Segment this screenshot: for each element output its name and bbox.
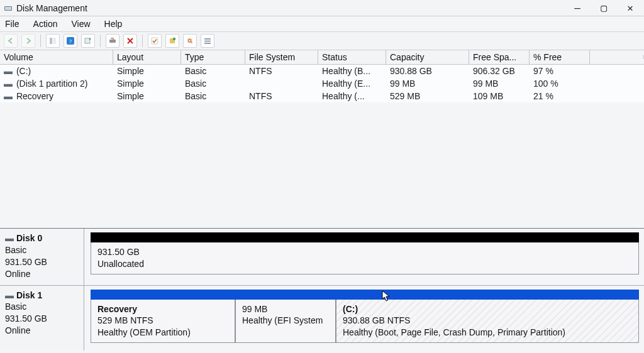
- cell: Basic: [181, 65, 245, 77]
- partition-box[interactable]: 931.50 GBUnallocated: [91, 242, 639, 274]
- cell: 97 %: [530, 65, 590, 77]
- menu-file[interactable]: File: [5, 19, 19, 29]
- disk-status: Online: [5, 325, 79, 337]
- volume-list: Volume Layout Type File System Status Ca…: [0, 50, 644, 102]
- search-button[interactable]: [183, 34, 197, 48]
- toolbar-separator: [100, 35, 101, 47]
- cell: ▬ (C:): [0, 65, 113, 77]
- cell: Simple: [113, 65, 181, 77]
- partition-line1: 931.50 GB: [97, 246, 633, 258]
- menu-view[interactable]: View: [71, 19, 90, 29]
- svg-rect-1: [5, 7, 11, 10]
- cell: 529 MB: [386, 90, 469, 102]
- volume-row[interactable]: ▬ (Disk 1 partition 2)SimpleBasicHealthy…: [0, 77, 644, 90]
- partition-cap: [91, 290, 235, 300]
- nav-forward-button[interactable]: [21, 34, 35, 48]
- partition-line2: Healthy (EFI System: [242, 315, 330, 327]
- disk-body: Recovery529 MB NTFSHealthy (OEM Partitio…: [84, 286, 644, 351]
- col-layout[interactable]: Layout: [113, 50, 181, 64]
- maximize-button[interactable]: ▢: [597, 2, 610, 14]
- col-volume[interactable]: Volume: [0, 50, 113, 64]
- cell: ▬ Recovery: [0, 90, 113, 102]
- title-bar: Disk Management — ▢ ✕: [0, 0, 644, 16]
- cell: Simple: [113, 90, 181, 102]
- disk-icon: ▬: [5, 232, 14, 244]
- partition-line2: Healthy (Boot, Page File, Crash Dump, Pr…: [343, 327, 633, 339]
- cell: 99 MB: [469, 77, 530, 90]
- svg-rect-15: [204, 43, 211, 44]
- svg-rect-3: [53, 38, 56, 44]
- partition-title: Recovery: [97, 303, 230, 315]
- tool-bar: ?: [0, 32, 644, 50]
- menu-help[interactable]: Help: [104, 19, 123, 29]
- show-tree-button[interactable]: [46, 34, 60, 48]
- col-freespace[interactable]: Free Spa...: [469, 50, 530, 64]
- disk-status: Online: [5, 268, 79, 280]
- refresh-button[interactable]: [81, 34, 95, 48]
- empty-area: [0, 102, 644, 228]
- col-capacity[interactable]: Capacity: [386, 50, 469, 64]
- disk-id: Disk 1: [16, 290, 42, 301]
- svg-point-10: [173, 38, 175, 40]
- minimize-button[interactable]: —: [571, 2, 584, 14]
- partition-title: (C:): [343, 303, 633, 315]
- check-button[interactable]: [148, 34, 162, 48]
- col-padding: [590, 55, 644, 59]
- window-title: Disk Management: [16, 3, 87, 13]
- svg-rect-6: [85, 38, 90, 43]
- svg-rect-7: [109, 40, 116, 43]
- svg-text:?: ?: [69, 38, 72, 45]
- toolbar-separator: [142, 35, 143, 47]
- disk-body: 931.50 GBUnallocated: [84, 229, 644, 285]
- disk-label[interactable]: ▬Disk 0Basic931.50 GBOnline: [0, 229, 84, 285]
- disk-id: Disk 0: [16, 232, 42, 244]
- cell: NTFS: [245, 65, 318, 77]
- col-filesystem[interactable]: File System: [245, 50, 318, 64]
- cell: Basic: [181, 90, 245, 102]
- col-pctfree[interactable]: % Free: [530, 50, 590, 64]
- rescan-button[interactable]: [106, 34, 119, 48]
- volume-row[interactable]: ▬ RecoverySimpleBasicNTFSHealthy (...529…: [0, 90, 644, 102]
- volume-row[interactable]: ▬ (C:)SimpleBasicNTFSHealthy (B...930.88…: [0, 65, 644, 77]
- disk-size: 931.50 GB: [5, 313, 79, 325]
- cell: Simple: [113, 77, 181, 90]
- menu-action[interactable]: Action: [33, 19, 58, 29]
- svg-rect-14: [204, 41, 211, 42]
- cell: Healthy (E...: [318, 77, 386, 90]
- cell: 100 %: [530, 77, 590, 90]
- cell: NTFS: [245, 90, 318, 102]
- partition-box[interactable]: (C:)930.88 GB NTFSHealthy (Boot, Page Fi…: [336, 300, 639, 344]
- partition-line1: 529 MB NTFS: [97, 315, 230, 327]
- disk-pane: ▬Disk 0Basic931.50 GBOnline931.50 GBUnal…: [0, 228, 644, 285]
- cell: 930.88 GB: [386, 65, 469, 77]
- cell: 109 MB: [469, 90, 530, 102]
- partition-box[interactable]: 99 MBHealthy (EFI System: [235, 300, 336, 344]
- partition-line2: Healthy (OEM Partition): [97, 327, 230, 339]
- disk-icon: ▬: [5, 290, 14, 301]
- app-icon: [4, 4, 13, 13]
- cell: [245, 82, 318, 85]
- help-button[interactable]: ?: [64, 34, 77, 48]
- toolbar-separator: [40, 35, 41, 47]
- svg-rect-2: [50, 38, 52, 44]
- partition-line2: Unallocated: [97, 258, 633, 270]
- list-view-button[interactable]: [201, 34, 214, 48]
- partition-cap: [91, 232, 639, 242]
- close-button[interactable]: ✕: [624, 2, 636, 14]
- nav-back-button[interactable]: [4, 34, 18, 48]
- delete-button[interactable]: [123, 34, 137, 48]
- disk-type: Basic: [5, 301, 79, 313]
- col-type[interactable]: Type: [181, 50, 245, 64]
- cell: Basic: [181, 77, 245, 90]
- cell: 99 MB: [386, 77, 469, 90]
- cell: 906.32 GB: [469, 65, 530, 77]
- col-status[interactable]: Status: [318, 50, 386, 64]
- new-volume-button[interactable]: [165, 34, 179, 48]
- disk-pane: ▬Disk 1Basic931.50 GBOnlineRecovery529 M…: [0, 285, 644, 351]
- partition-line1: 99 MB: [242, 303, 330, 315]
- disk-label[interactable]: ▬Disk 1Basic931.50 GBOnline: [0, 286, 84, 351]
- partition-box[interactable]: Recovery529 MB NTFSHealthy (OEM Partitio…: [91, 300, 235, 344]
- partition-cap: [336, 290, 639, 300]
- disk-type: Basic: [5, 244, 79, 256]
- cell: Healthy (B...: [318, 65, 386, 77]
